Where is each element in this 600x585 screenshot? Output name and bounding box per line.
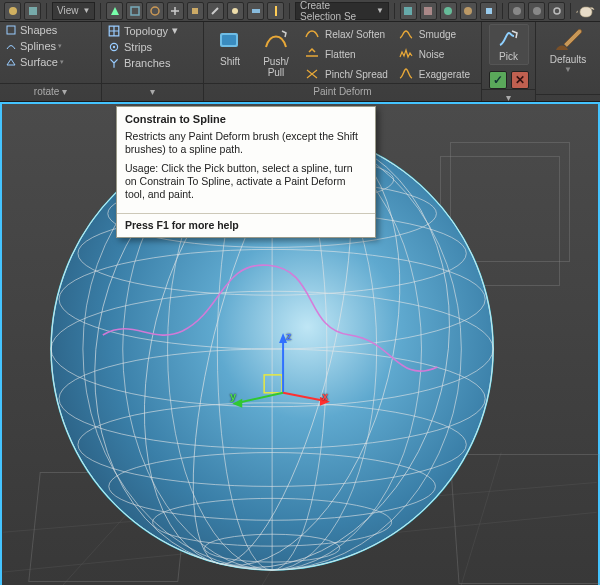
toolbar-button[interactable] — [528, 2, 545, 20]
flatten-label: Flatten — [325, 49, 356, 60]
tooltip-text: Usage: Click the Pick button, select a s… — [125, 162, 367, 201]
tooltip-text: Restricts any Paint Deform brush (except… — [125, 130, 367, 156]
svg-rect-3 — [131, 7, 139, 15]
splines-button[interactable]: Splines ▾ — [6, 40, 64, 52]
toolbar-button[interactable] — [24, 2, 41, 20]
ribbon-panel-shapes: Shapes Splines ▾ Surface ▾ rotate ▾ — [0, 22, 102, 101]
surface-icon — [6, 57, 16, 67]
pinch-spread-button[interactable]: Pinch/ Spread — [302, 65, 390, 83]
separator — [100, 3, 101, 19]
panel-title: ▾ — [102, 83, 203, 101]
toolbar-button[interactable] — [480, 2, 497, 20]
surface-button[interactable]: Surface ▾ — [6, 56, 64, 68]
toolbar-button[interactable] — [548, 2, 565, 20]
topology-icon — [108, 25, 120, 37]
strips-button[interactable]: Strips — [108, 41, 178, 53]
shapes-icon — [6, 25, 16, 35]
noise-icon — [398, 46, 414, 62]
gizmo-x-label: x — [322, 390, 328, 402]
tooltip-footer: Press F1 for more help — [117, 213, 375, 237]
svg-marker-2 — [111, 7, 119, 15]
svg-point-0 — [9, 7, 17, 15]
separator — [570, 3, 571, 19]
gizmo-y-label: y — [230, 390, 236, 402]
ribbon: Shapes Splines ▾ Surface ▾ rotate ▾ — [0, 22, 600, 102]
relax-icon — [304, 26, 320, 42]
flatten-button[interactable]: Flatten — [302, 45, 390, 63]
brush-icon — [550, 24, 586, 54]
smudge-icon — [398, 26, 414, 42]
view-dropdown[interactable]: View ▼ — [52, 2, 95, 20]
toolbar-button[interactable] — [227, 2, 244, 20]
svg-rect-16 — [7, 26, 15, 34]
viewport[interactable]: z x y Constrain to Spline Restricts any … — [0, 102, 600, 585]
toolbar-button[interactable] — [460, 2, 477, 20]
svg-point-14 — [533, 7, 541, 15]
toolbar-button[interactable] — [247, 2, 264, 20]
panel-title — [536, 94, 600, 101]
constrain-on-toggle[interactable]: ✓ — [489, 71, 507, 89]
splines-icon — [6, 41, 16, 51]
selection-set-dropdown[interactable]: Create Selection Se ▼ — [295, 2, 389, 20]
svg-rect-21 — [222, 35, 236, 45]
toolbar-button[interactable] — [207, 2, 224, 20]
chevron-down-icon: ▼ — [376, 6, 384, 15]
toolbar-button[interactable] — [146, 2, 163, 20]
toolbar-button[interactable] — [440, 2, 457, 20]
separator — [394, 3, 395, 19]
topology-label: Topology — [124, 25, 168, 37]
shapes-label: Shapes — [20, 24, 57, 36]
svg-point-4 — [151, 7, 159, 15]
svg-rect-7 — [252, 9, 260, 13]
toolbar-button[interactable] — [187, 2, 204, 20]
pick-label: Pick — [499, 51, 518, 62]
teapot-icon[interactable] — [576, 2, 596, 20]
noise-label: Noise — [419, 49, 445, 60]
toolbar-button[interactable] — [400, 2, 417, 20]
push-pull-label: Push/ Pull — [263, 56, 289, 78]
toolbar-button[interactable] — [126, 2, 143, 20]
push-pull-button[interactable]: Push/ Pull — [256, 24, 296, 83]
toolbar-button[interactable] — [420, 2, 437, 20]
panel-title: Paint Deform — [204, 83, 481, 101]
defaults-button[interactable]: Defaults ▼ — [550, 24, 587, 74]
exaggerate-icon — [398, 66, 414, 82]
shift-button[interactable]: Shift — [210, 24, 250, 83]
shapes-button[interactable]: Shapes — [6, 24, 64, 36]
relax-soften-button[interactable]: Relax/ Soften — [302, 25, 390, 43]
topology-button[interactable]: Topology ▾ — [108, 24, 178, 37]
separator — [502, 3, 503, 19]
noise-button[interactable]: Noise — [396, 45, 472, 63]
svg-point-6 — [232, 8, 238, 14]
strips-label: Strips — [124, 41, 152, 53]
strips-icon — [108, 41, 120, 53]
pinch-label: Pinch/ Spread — [325, 69, 388, 80]
svg-marker-17 — [7, 59, 15, 65]
svg-point-19 — [113, 46, 115, 48]
splines-label: Splines — [20, 40, 56, 52]
exaggerate-button[interactable]: Exaggerate — [396, 65, 472, 83]
separator — [289, 3, 290, 19]
shift-label: Shift — [220, 56, 240, 67]
branches-icon — [108, 57, 120, 69]
chevron-down-icon: ▾ — [58, 42, 62, 50]
svg-rect-1 — [29, 7, 37, 15]
toolbar-button[interactable] — [106, 2, 123, 20]
view-dropdown-label: View — [57, 5, 79, 16]
svg-line-26 — [461, 453, 501, 585]
toolbar-button[interactable] — [4, 2, 21, 20]
toolbar-button[interactable] — [167, 2, 184, 20]
toolbar-button[interactable] — [267, 2, 284, 20]
svg-point-10 — [444, 7, 452, 15]
branches-button[interactable]: Branches — [108, 57, 178, 69]
svg-rect-5 — [192, 8, 198, 14]
panel-title: rotate ▾ — [0, 83, 101, 101]
constrain-off-toggle[interactable]: ✕ — [511, 71, 529, 89]
pick-button[interactable]: Pick — [489, 24, 529, 65]
surface-label: Surface — [20, 56, 58, 68]
tooltip: Constrain to Spline Restricts any Paint … — [116, 106, 376, 238]
toolbar-button[interactable] — [508, 2, 525, 20]
smudge-button[interactable]: Smudge — [396, 25, 472, 43]
exaggerate-label: Exaggerate — [419, 69, 470, 80]
shift-icon — [215, 26, 245, 54]
